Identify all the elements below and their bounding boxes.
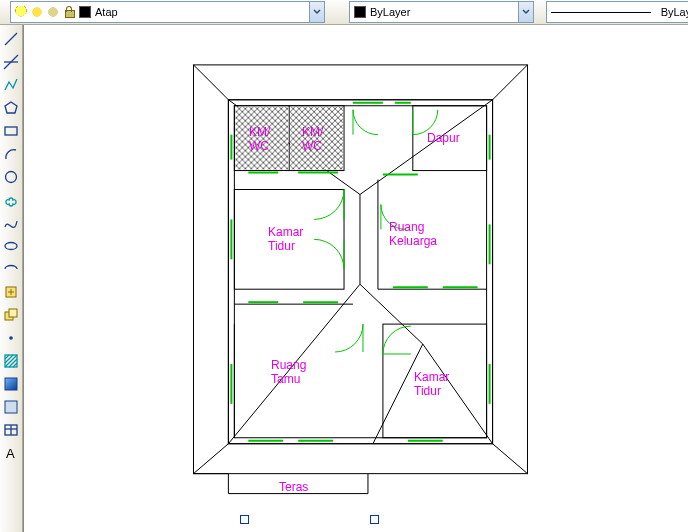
label-ruang-tamu: Ruang Tamu [271,358,306,386]
layer-states-button[interactable] [335,1,337,23]
svg-rect-14 [9,309,17,317]
properties-toolbar: Atap ByLayer ByLayer [0,0,688,25]
point-tool[interactable] [1,328,21,348]
drawing-area[interactable]: KM/ WC KM/ WC Dapur Kamar Tidur Ruang Ke… [23,25,688,532]
color-name: ByLayer [370,6,410,18]
table-tool[interactable] [1,420,21,440]
region-tool[interactable] [1,397,21,417]
polygon-tool[interactable] [1,98,21,118]
label-kamar-tidur-2: Kamar Tidur [414,370,449,398]
make-block-tool[interactable] [1,305,21,325]
hatch-tool[interactable] [1,351,21,371]
layer-color-swatch [79,6,91,18]
spline-tool[interactable] [1,213,21,233]
lock-icon [63,6,75,18]
circle-tool[interactable] [1,167,21,187]
workspace: A [0,25,688,532]
label-ruang-keluarga: Ruang Keluarga [389,220,437,248]
label-kamar-tidur-1: Kamar Tidur [268,225,303,253]
linetype-dropdown[interactable]: ByLayer [546,1,688,23]
svg-line-28 [193,444,228,474]
floor-plan-drawing [24,25,688,531]
linetype-sample [551,12,651,13]
construction-line-tool[interactable] [1,52,21,72]
label-teras: Teras [279,480,308,494]
svg-marker-8 [5,102,17,113]
rectangle-tool[interactable] [1,121,21,141]
label-dapur: Dapur [427,131,460,145]
svg-line-27 [493,65,528,100]
color-dropdown[interactable]: ByLayer [349,1,519,23]
svg-point-11 [5,243,17,250]
color-dropdown-arrow[interactable] [519,1,534,23]
polyline-tool[interactable] [1,75,21,95]
sun-icon [31,6,43,18]
label-km-wc-2: KM/ WC [302,125,323,153]
layer-properties-button[interactable] [4,1,6,23]
lightbulb-icon [15,6,27,18]
selection-grip[interactable] [240,515,249,524]
svg-line-29 [493,444,528,474]
svg-rect-18 [5,401,17,413]
svg-line-34 [360,284,423,344]
svg-rect-9 [5,127,17,135]
linetype-name: ByLayer [661,6,688,18]
selection-grip[interactable] [370,515,379,524]
layer-name: Atap [95,6,118,18]
revcloud-tool[interactable] [1,190,21,210]
label-km-wc-1: KM/ WC [249,125,270,153]
svg-line-5 [5,33,17,45]
insert-block-tool[interactable] [1,282,21,302]
ellipse-tool[interactable] [1,236,21,256]
line-tool[interactable] [1,29,21,49]
svg-rect-17 [5,378,17,390]
ellipse-arc-tool[interactable] [1,259,21,279]
layer-dropdown-arrow[interactable] [310,1,325,23]
svg-line-31 [360,100,493,195]
svg-point-15 [9,336,13,340]
text-tool[interactable]: A [1,443,21,463]
svg-line-26 [193,65,228,100]
svg-text:A: A [6,446,15,461]
gradient-tool[interactable] [1,374,21,394]
layer-previous-button[interactable] [329,1,331,23]
arc-tool[interactable] [1,144,21,164]
layer-dropdown[interactable]: Atap [10,1,310,23]
draw-toolbar: A [0,25,23,532]
color-swatch [354,6,366,18]
freeze-icon [47,6,59,18]
svg-point-10 [6,172,17,183]
